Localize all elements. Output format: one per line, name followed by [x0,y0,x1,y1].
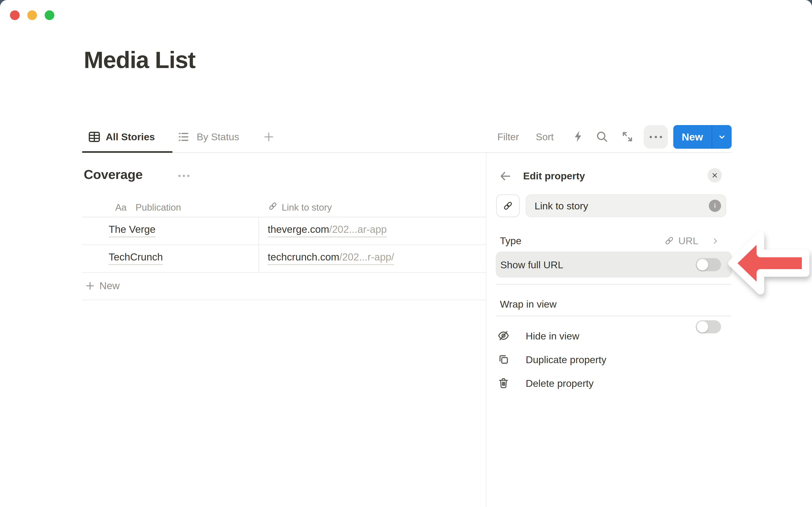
trash-icon [497,377,510,389]
close-icon [711,172,718,179]
plus-icon [85,280,96,291]
add-view-button[interactable] [263,131,275,143]
row-divider [82,299,486,300]
database-options-button[interactable] [178,175,190,177]
page-title[interactable]: Media List [84,47,195,73]
link-icon [268,201,278,211]
property-name-input[interactable]: Link to story [526,194,726,217]
type-value: URL [678,235,698,247]
cell-link[interactable]: techcrunch.com/202...r-app/ [268,251,394,265]
list-view-icon [177,130,190,143]
property-icon-button[interactable] [496,194,520,217]
arrow-left-icon [499,169,512,183]
new-dropdown-button[interactable] [712,125,732,149]
ellipsis-icon [178,175,190,177]
link-main: theverge.com [268,224,329,235]
panel-divider [486,153,486,507]
close-panel-button[interactable] [708,168,722,182]
header-divider [82,217,486,217]
database-title[interactable]: Coverage [84,167,143,182]
back-button[interactable] [499,169,512,183]
panel-section-divider [496,316,731,316]
close-window-button[interactable] [10,10,20,20]
new-button-group: New [673,125,732,149]
cell-link[interactable]: theverge.com/202...ar-app [268,224,387,237]
panel-title: Edit property [523,170,585,182]
search-icon[interactable] [596,130,609,143]
menu-label: Duplicate property [526,354,606,366]
type-label: Type [500,235,521,247]
minimize-window-button[interactable] [27,10,37,20]
cell-publication[interactable]: The Verge [109,224,155,237]
menu-label: Delete property [526,377,594,390]
duplicate-icon [497,353,510,365]
cell-publication[interactable]: TechCrunch [109,251,163,265]
link-main: techcrunch.com [268,251,339,263]
menu-item-duplicate-property[interactable]: Duplicate property [496,348,732,372]
toggle-knob [697,259,708,270]
new-button[interactable]: New [673,125,712,149]
view-options-button[interactable] [644,125,668,149]
menu-item-hide-in-view[interactable]: Hide in view [496,324,732,348]
show-full-url-toggle[interactable] [696,258,721,271]
show-full-url-label: Show full URL [500,259,563,271]
row-divider [82,272,486,273]
annotation-arrow-left [726,230,811,297]
new-row-button[interactable]: New [99,280,120,292]
chevron-right-icon [711,237,720,245]
text-type-icon: Aa [115,202,126,213]
property-name-value: Link to story [526,200,588,212]
plus-icon [263,131,275,143]
link-muted: /202...ar-app [329,224,387,235]
lightning-icon[interactable] [572,130,585,143]
chevron-down-icon [717,132,727,142]
menu-item-delete-property[interactable]: Delete property [496,372,732,395]
toolbar-divider [82,152,732,153]
app-window: Media List All Stories By Status Filter … [0,0,812,507]
tab-all-stories[interactable]: All Stories [106,131,155,143]
zoom-window-button[interactable] [45,10,54,20]
ellipsis-icon [650,136,662,138]
expand-icon[interactable] [621,130,634,143]
sort-button[interactable]: Sort [536,131,554,143]
filter-button[interactable]: Filter [497,131,519,143]
show-full-url-row[interactable]: Show full URL [496,251,732,278]
panel-section-divider [496,284,731,285]
row-divider [82,244,486,245]
column-header-publication[interactable]: Aa Publication [115,202,181,213]
link-icon [664,235,674,246]
table-view-icon [88,130,101,144]
info-icon[interactable] [709,200,721,212]
link-icon [502,200,513,211]
column-label: Publication [129,202,181,213]
menu-label: Hide in view [526,330,579,342]
wrap-in-view-label: Wrap in view [500,298,557,310]
link-muted: /202...r-app/ [339,251,394,263]
active-tab-underline [82,151,172,153]
column-header-link[interactable]: Link to story [282,202,332,213]
eye-off-icon [497,330,510,342]
tab-by-status[interactable]: By Status [197,131,239,143]
